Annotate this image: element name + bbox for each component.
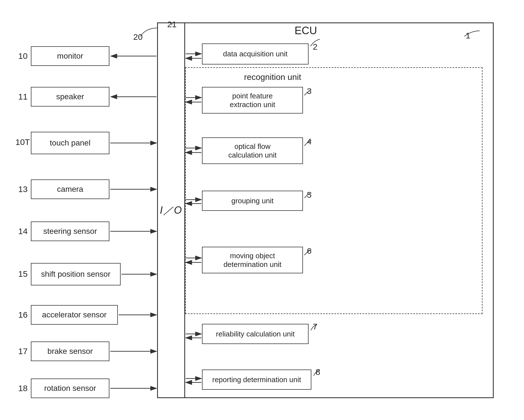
moving-object-box: moving object determination unit: [202, 247, 303, 273]
rotation-sensor-box: rotation sensor: [31, 379, 109, 398]
speaker-box: speaker: [31, 87, 109, 107]
grouping-box: grouping unit: [202, 191, 303, 211]
ref-17: 17: [18, 347, 27, 356]
ref-21: 21: [167, 20, 176, 29]
monitor-box: monitor: [31, 46, 109, 66]
io-label: I／O: [160, 204, 182, 217]
brake-sensor-box: brake sensor: [31, 341, 109, 361]
recognition-title: recognition unit: [244, 72, 301, 82]
diagram: ECU 1 I／O 20 21 recognition unit monitor…: [0, 0, 524, 420]
ref-5: 5: [307, 190, 312, 200]
ref-10T: 10T: [15, 137, 30, 147]
ref-11: 11: [18, 92, 27, 101]
ref-7: 7: [313, 322, 318, 331]
ref-1: 1: [466, 31, 470, 40]
reporting-box: reporting determination unit: [202, 370, 311, 390]
ref-20: 20: [133, 32, 143, 42]
point-feature-box: point feature extraction unit: [202, 87, 303, 114]
shift-position-sensor-box: shift position sensor: [31, 263, 121, 285]
ref-3: 3: [307, 86, 312, 96]
reliability-box: reliability calculation unit: [202, 324, 309, 344]
ref-8: 8: [316, 367, 320, 377]
ecu-title: ECU: [295, 25, 317, 37]
steering-sensor-box: steering sensor: [31, 221, 109, 241]
accelerator-sensor-box: accelerator sensor: [31, 305, 118, 325]
touch-panel-box: touch panel: [31, 132, 109, 154]
camera-box: camera: [31, 179, 109, 199]
data-acquisition-box: data acquisition unit: [202, 43, 309, 64]
ref-15: 15: [18, 269, 27, 279]
ref-6: 6: [307, 246, 312, 256]
ref-13: 13: [18, 184, 27, 194]
optical-flow-box: optical flow calculation unit: [202, 137, 303, 164]
ref-10: 10: [18, 51, 27, 61]
io-box: I／O: [157, 22, 185, 398]
ref-16: 16: [18, 310, 27, 320]
ref-18: 18: [18, 384, 27, 393]
ref-14: 14: [18, 227, 27, 236]
ref-num-2: 2: [313, 42, 318, 52]
ref-4: 4: [307, 137, 312, 146]
